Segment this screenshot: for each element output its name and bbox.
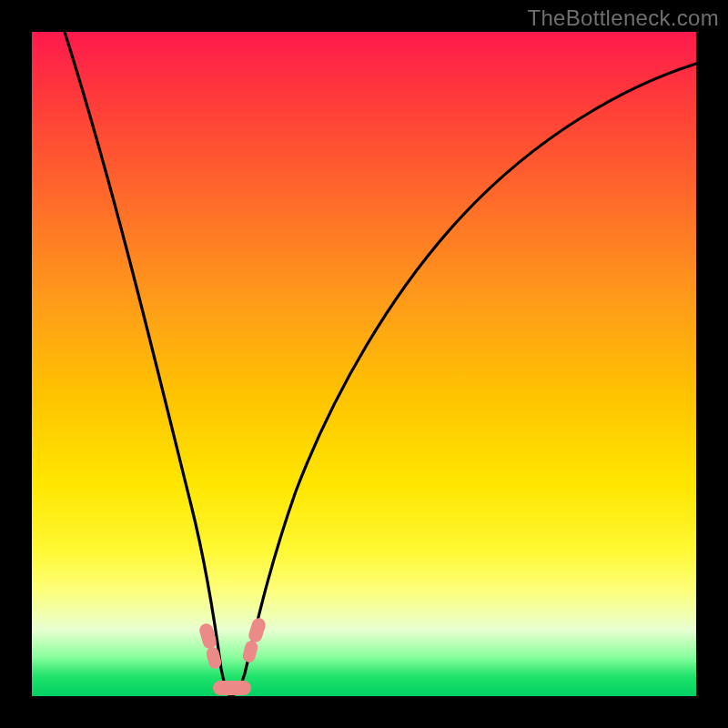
watermark-text: TheBottleneck.com xyxy=(527,5,719,31)
curve-path xyxy=(65,32,696,696)
bottleneck-curve xyxy=(32,32,696,696)
valley-marker xyxy=(213,681,251,695)
chart-frame: TheBottleneck.com xyxy=(0,0,728,728)
plot-area xyxy=(32,32,696,696)
